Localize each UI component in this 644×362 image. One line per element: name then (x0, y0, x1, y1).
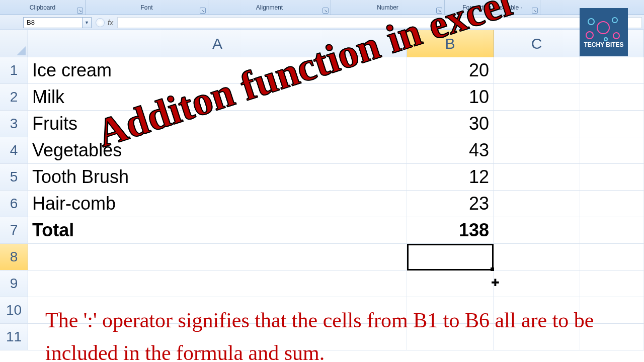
cell[interactable]: 23 (407, 191, 494, 217)
formula-bar-row: B8 ▼ fx (0, 15, 644, 30)
cell[interactable]: Ice cream (28, 57, 407, 83)
cell[interactable] (494, 297, 580, 323)
row-header[interactable]: 3 (0, 111, 28, 137)
grid-row: 9 (0, 270, 644, 297)
cell[interactable] (494, 270, 580, 297)
cell[interactable] (580, 84, 644, 110)
grid-row: 4Vegetables43 (0, 137, 644, 164)
cell[interactable] (28, 324, 407, 350)
grid-row: 10 (0, 297, 644, 324)
cell[interactable] (580, 111, 644, 137)
cell[interactable] (580, 217, 644, 243)
cell[interactable] (494, 164, 580, 190)
row-header[interactable]: 8 (0, 244, 28, 270)
name-box-dropdown[interactable]: ▼ (83, 17, 92, 28)
grid-row: 2Milk10 (0, 84, 644, 111)
cell[interactable] (580, 164, 644, 190)
ribbon-group-label: Number (377, 4, 398, 11)
cell[interactable] (407, 270, 494, 297)
name-box-value: B8 (27, 19, 35, 26)
grid-row: 3Fruits30 (0, 111, 644, 137)
cell[interactable] (494, 84, 580, 110)
cell[interactable] (580, 244, 644, 270)
cell[interactable]: 30 (407, 111, 494, 137)
name-box[interactable]: B8 (23, 17, 83, 28)
dialog-launcher-icon[interactable]: ↘ (436, 8, 442, 14)
ribbon-group-label: Alignment (256, 4, 283, 11)
ribbon-group-label: Clipboard (30, 4, 55, 11)
ribbon-group: Formatting · as Table ·↘ (445, 0, 540, 15)
cell[interactable] (580, 324, 644, 350)
grid-row: 8 (0, 244, 644, 270)
column-headers-row: ABCD (0, 30, 644, 57)
cell[interactable]: 20 (407, 57, 494, 83)
row-header[interactable]: 7 (0, 217, 28, 243)
formula-input[interactable] (117, 17, 642, 28)
row-header[interactable]: 5 (0, 164, 28, 190)
ribbon-group: Number↘ (331, 0, 445, 15)
cell[interactable] (580, 57, 644, 83)
cancel-formula-button[interactable] (96, 18, 105, 27)
cell[interactable]: Total (28, 217, 407, 243)
ribbon-group: Clipboard↘ (0, 0, 86, 15)
row-header[interactable]: 11 (0, 324, 28, 350)
cell[interactable]: 10 (407, 84, 494, 110)
cell[interactable] (494, 244, 580, 270)
dialog-launcher-icon[interactable]: ↘ (200, 8, 206, 14)
ribbon-group-labels: Clipboard↘Font↘Alignment↘Number↘Formatti… (0, 0, 644, 15)
ribbon-group: Alignment↘ (208, 0, 331, 15)
cell[interactable] (494, 137, 580, 163)
column-header[interactable]: D (580, 30, 644, 57)
cell[interactable] (407, 244, 494, 270)
cell[interactable] (494, 217, 580, 243)
cell[interactable] (407, 297, 494, 323)
dialog-launcher-icon[interactable]: ↘ (77, 8, 83, 14)
dialog-launcher-icon[interactable]: ↘ (532, 8, 538, 14)
cell[interactable] (494, 191, 580, 217)
ribbon-group-label: Font (140, 4, 152, 11)
cell[interactable]: Vegetables (28, 137, 407, 163)
cell[interactable]: 138 (407, 217, 494, 243)
row-header[interactable]: 9 (0, 270, 28, 297)
row-header[interactable]: 10 (0, 297, 28, 323)
spreadsheet-grid[interactable]: ABCD 1Ice cream202Milk103Fruits304Vegeta… (0, 30, 644, 362)
cell[interactable] (494, 111, 580, 137)
cell[interactable] (580, 191, 644, 217)
cell[interactable]: 12 (407, 164, 494, 190)
grid-row: 5Tooth Brush12 (0, 164, 644, 191)
cell[interactable]: Hair-comb (28, 191, 407, 217)
cell[interactable] (580, 137, 644, 163)
row-header[interactable]: 4 (0, 137, 28, 163)
cell[interactable] (407, 324, 494, 350)
select-all-corner[interactable] (0, 30, 28, 57)
cell[interactable]: Milk (28, 84, 407, 110)
grid-row: 11 (0, 324, 644, 350)
column-header[interactable]: C (494, 30, 580, 57)
cell[interactable] (494, 324, 580, 350)
fx-icon[interactable]: fx (108, 19, 113, 27)
cell[interactable] (494, 57, 580, 83)
cell[interactable] (28, 270, 407, 297)
column-header[interactable]: B (407, 30, 494, 57)
ribbon-group: Font↘ (86, 0, 208, 15)
row-header[interactable]: 2 (0, 84, 28, 110)
row-header[interactable]: 1 (0, 57, 28, 83)
row-header[interactable]: 6 (0, 191, 28, 217)
cell[interactable]: Fruits (28, 111, 407, 137)
cell[interactable] (28, 297, 407, 323)
cell[interactable] (580, 297, 644, 323)
grid-row: 7Total138 (0, 217, 644, 244)
grid-row: 6Hair-comb23 (0, 191, 644, 217)
cell[interactable] (580, 270, 644, 297)
cell[interactable]: 43 (407, 137, 494, 163)
cell[interactable]: Tooth Brush (28, 164, 407, 190)
column-header[interactable]: A (28, 30, 407, 57)
cell[interactable] (28, 244, 407, 270)
dialog-launcher-icon[interactable]: ↘ (323, 8, 329, 14)
grid-row: 1Ice cream20 (0, 57, 644, 84)
ribbon-group-label: Formatting · as Table · (462, 4, 522, 11)
